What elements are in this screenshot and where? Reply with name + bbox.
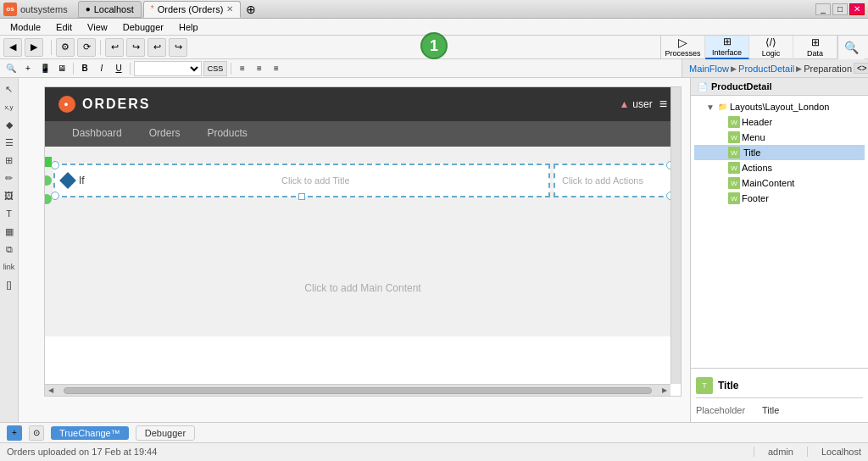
- close-button[interactable]: ✕: [849, 3, 865, 15]
- user-badge: ▲ user: [619, 98, 652, 110]
- hamburger-menu[interactable]: ≡: [659, 97, 667, 112]
- font-select[interactable]: [134, 61, 202, 76]
- if-right-block[interactable]: Click to add Actions: [554, 164, 672, 197]
- forward-button[interactable]: ▶: [25, 38, 43, 57]
- handle-tl[interactable]: [51, 161, 59, 169]
- desktop-view-button[interactable]: 🖥: [54, 61, 70, 76]
- tree-collapse-arrow[interactable]: ▼: [706, 103, 715, 112]
- section-handle-top[interactable]: [44, 157, 52, 167]
- search-button[interactable]: 🔍: [837, 36, 865, 59]
- redo2-button[interactable]: ↪: [169, 38, 187, 57]
- if-left-block[interactable]: If Click to add Title: [53, 164, 550, 197]
- app-title-bar: ● ORDERS: [58, 96, 150, 113]
- data-icon-btn[interactable]: ⊞ Data: [793, 36, 837, 59]
- user-label: user: [632, 98, 652, 110]
- sidebar-icon-diamond[interactable]: ◆: [2, 117, 17, 132]
- app-title-text: ORDERS: [82, 97, 150, 112]
- zoom-in-button[interactable]: +: [20, 61, 36, 76]
- tab-localhost[interactable]: ● Localhost: [78, 1, 142, 18]
- sidebar-icon-layers[interactable]: ⧉: [2, 242, 17, 257]
- truechange-tab[interactable]: TrueChange™: [51, 426, 129, 440]
- top-icon-bar: ▷ Processes ⊞ Interface ⟨/⟩ Logic ⊞ Data…: [660, 36, 865, 59]
- tree-actions[interactable]: W Actions: [694, 160, 865, 175]
- logic-icon-btn[interactable]: ⟨/⟩ Logic: [749, 36, 793, 59]
- mobile-view-button[interactable]: 📱: [37, 61, 53, 76]
- tree-area: ▼ 📁 Layouts\Layout_London W Header W Men…: [691, 96, 868, 368]
- menu-module[interactable]: Module: [3, 20, 47, 34]
- maximize-button[interactable]: □: [832, 3, 848, 15]
- sidebar-icon-list[interactable]: ☰: [2, 135, 17, 150]
- canvas-scroll-right[interactable]: [670, 87, 681, 384]
- format-section: 🔍 + 📱 🖥 B I U CSS ≡ ≡ ≡: [0, 59, 682, 77]
- processes-icon-btn[interactable]: ▷ Processes: [661, 36, 705, 59]
- back-button[interactable]: ◀: [3, 38, 22, 57]
- nav-products[interactable]: Products: [193, 121, 260, 147]
- status-user: admin: [768, 447, 793, 457]
- bottom-icon-2[interactable]: ⊙: [29, 425, 44, 441]
- undo2-button[interactable]: ↩: [147, 38, 166, 57]
- nav-orders[interactable]: Orders: [136, 121, 194, 147]
- menu-view[interactable]: View: [81, 20, 114, 34]
- tree-widget-icon-6: W: [728, 192, 740, 204]
- tab-add-button[interactable]: ⊕: [242, 1, 259, 18]
- align-center-button[interactable]: ≡: [252, 61, 267, 76]
- tree-menu[interactable]: W Menu: [694, 130, 865, 145]
- sidebar-icon-link[interactable]: link: [2, 259, 17, 275]
- toolbar-sep-2: [100, 40, 101, 55]
- redo-button[interactable]: ↪: [126, 38, 145, 57]
- sidebar-icon-bracket[interactable]: []: [2, 277, 17, 292]
- if-title-placeholder[interactable]: Click to add Title: [90, 175, 542, 186]
- bottom-icon-1[interactable]: +: [7, 425, 22, 441]
- align-right-button[interactable]: ≡: [269, 61, 284, 76]
- interface-icon-btn[interactable]: ⊞ Interface: [705, 36, 749, 59]
- menu-help[interactable]: Help: [172, 20, 205, 34]
- tree-title[interactable]: W Title: [694, 145, 865, 160]
- sidebar-icon-image[interactable]: 🖼: [2, 188, 17, 203]
- main-content-placeholder[interactable]: Click to add Main Content: [53, 248, 672, 328]
- minimize-button[interactable]: _: [815, 3, 831, 15]
- canvas-scroll-bottom[interactable]: ◀ ▶: [45, 384, 670, 396]
- scroll-left-arrow[interactable]: ◀: [47, 386, 55, 394]
- tree-header[interactable]: W Header: [694, 114, 865, 130]
- nav-dashboard[interactable]: Dashboard: [58, 121, 136, 147]
- menu-debugger[interactable]: Debugger: [116, 20, 170, 34]
- sidebar-icon-xy[interactable]: x,y: [2, 99, 17, 114]
- css-button[interactable]: CSS: [203, 61, 227, 76]
- scroll-thumb-horizontal[interactable]: [64, 387, 652, 394]
- menu-edit[interactable]: Edit: [49, 20, 79, 34]
- section-marker[interactable]: [44, 175, 52, 186]
- status-divider-2: [807, 447, 808, 457]
- tree-title-label: Title: [742, 147, 762, 158]
- italic-button[interactable]: I: [94, 61, 109, 76]
- sidebar-icon-cursor[interactable]: ↖: [2, 81, 17, 97]
- tree-footer[interactable]: W Footer: [694, 191, 865, 206]
- bold-button[interactable]: B: [77, 61, 92, 76]
- tree-root[interactable]: ▼ 📁 Layouts\Layout_London: [694, 99, 865, 114]
- main-layout: ↖ x,y ◆ ☰ ⊞ ✏ 🖼 T ▦ ⧉ link [] ● ORDERS ▲: [0, 78, 868, 422]
- logic-label: Logic: [762, 49, 781, 58]
- breadcrumb-mainflow[interactable]: MainFlow: [689, 64, 729, 74]
- settings-button[interactable]: ⚙: [56, 38, 75, 57]
- sidebar-icon-grid[interactable]: ⊞: [2, 153, 17, 168]
- source-view-button[interactable]: <>: [854, 63, 868, 74]
- sidebar-icon-text[interactable]: T: [2, 206, 17, 221]
- breadcrumb-productdetail[interactable]: ProductDetail: [738, 64, 794, 74]
- sidebar-icon-bar[interactable]: ▦: [2, 224, 17, 239]
- zoom-fit-button[interactable]: 🔍: [3, 61, 19, 76]
- app-logo-text: outsystems: [20, 4, 68, 14]
- tree-maincontent[interactable]: W MainContent: [694, 175, 865, 191]
- sidebar-icon-edit[interactable]: ✏: [2, 170, 17, 186]
- tab-close-icon[interactable]: ✕: [226, 4, 233, 14]
- underline-button[interactable]: U: [111, 61, 126, 76]
- tab-orders[interactable]: * Orders (Orders) ✕: [143, 1, 242, 18]
- section-handle-bottom[interactable]: [44, 194, 52, 204]
- handle-bl[interactable]: [51, 192, 59, 200]
- if-actions-placeholder[interactable]: Click to add Actions: [562, 175, 643, 186]
- undo-button[interactable]: ↩: [105, 38, 124, 57]
- refresh-button[interactable]: ⟳: [77, 38, 96, 57]
- processes-label: Processes: [665, 49, 700, 58]
- handle-bm[interactable]: [298, 193, 305, 200]
- debugger-tab[interactable]: Debugger: [136, 425, 195, 441]
- scroll-right-arrow[interactable]: ▶: [660, 386, 669, 394]
- align-left-button[interactable]: ≡: [235, 61, 250, 76]
